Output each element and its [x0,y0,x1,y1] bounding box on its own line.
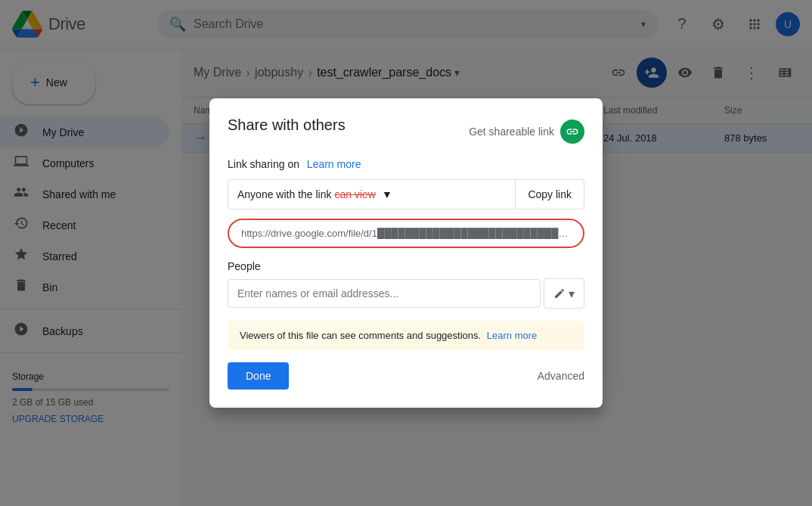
people-label: People [228,260,584,272]
link-url-text: https://drive.google.com/file/d/1███████… [241,228,571,239]
copy-link-button[interactable]: Copy link [515,179,584,210]
people-input-row: ▾ [228,278,584,309]
done-button[interactable]: Done [228,362,289,390]
dialog-header-row: Share with others Get shareable link [228,116,584,146]
share-dialog: Share with others Get shareable link Lin… [209,98,603,408]
notice-text: Viewers of this file can see comments an… [240,330,481,341]
people-permission-dropdown-arrow: ▾ [569,287,575,301]
link-options-row: Anyone with the link can view ▼ Copy lin… [228,179,584,210]
shareable-link-icon-btn[interactable] [560,120,584,144]
link-url-inner: https://drive.google.com/file/d/1███████… [241,228,571,239]
link-sharing-status: Link sharing on Learn more [228,158,584,170]
link-permission-select[interactable]: Anyone with the link can view ▼ [228,179,515,210]
people-input[interactable] [228,279,541,308]
people-section: People ▾ [228,260,584,309]
learn-more-link[interactable]: Learn more [307,158,361,170]
get-shareable-link-label: Get shareable link [469,126,554,138]
link-option-label: Anyone with the link can view [237,188,376,200]
notice-box: Viewers of this file can see comments an… [228,321,584,350]
people-permission-btn[interactable]: ▾ [544,278,584,309]
dialog-title: Share with others [228,116,346,134]
link-sharing-label: Link sharing on [228,158,299,170]
dialog-overlay: Share with others Get shareable link Lin… [0,0,812,506]
dialog-actions: Done Advanced [228,362,584,390]
advanced-link[interactable]: Advanced [538,370,584,382]
link-select-arrow: ▼ [382,188,392,200]
get-shareable-link-btn[interactable]: Get shareable link [469,120,584,144]
notice-learn-more-link[interactable]: Learn more [487,330,537,341]
link-url-box[interactable]: https://drive.google.com/file/d/1███████… [228,219,584,248]
